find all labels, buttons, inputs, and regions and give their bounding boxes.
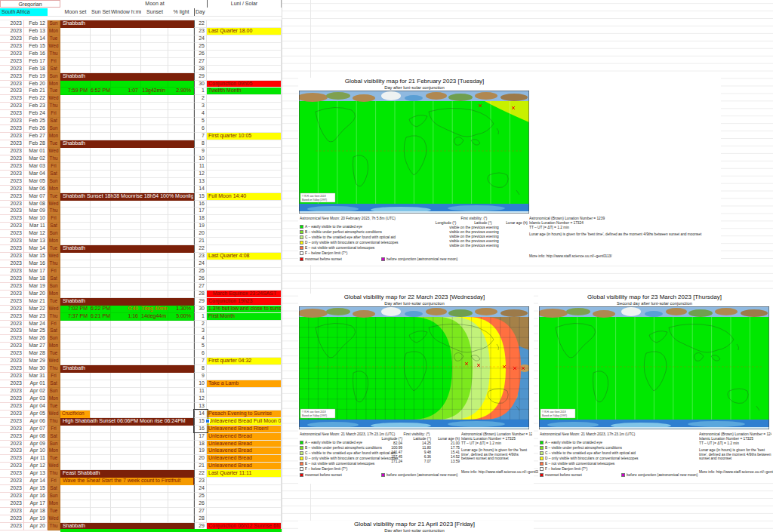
cell-date[interactable]: Mar 01 [24,148,48,155]
partial-green-row[interactable] [60,529,282,532]
cell-weekday[interactable]: Fri [48,215,60,223]
cell-moon-set[interactable] [60,201,91,208]
cell-sun-set[interactable] [91,58,111,66]
cell-moon-at-sunset[interactable] [141,103,168,110]
cell-sun-set[interactable] [91,163,111,171]
cell-sun-set[interactable] [91,500,111,508]
cell-day[interactable]: 9 [194,373,207,380]
cell-window[interactable] [111,51,141,58]
cell-weekday[interactable]: Sun [48,20,60,28]
cell-window[interactable] [111,103,141,110]
cell-moon-set[interactable] [60,426,91,433]
cell-window[interactable] [111,253,141,260]
cell-year[interactable]: 2023 [0,358,24,365]
cell-moon-at-sunset[interactable] [141,500,168,508]
cell-year[interactable]: 2023 [0,81,24,88]
cell-moon-at-sunset[interactable] [141,66,168,73]
cell-luni-solar[interactable] [207,268,282,275]
cell-moon-set[interactable] [60,58,91,66]
cell-window[interactable] [111,133,141,140]
cell-day[interactable]: 29 [194,298,207,306]
cell-moon-set[interactable] [60,118,91,125]
cell-day[interactable]: 30 [194,81,207,88]
cell-date[interactable]: Mar 26 [24,335,48,343]
cell-moon-at-sunset[interactable] [141,441,168,448]
cell-sun-set[interactable] [91,253,111,260]
cell-luni-solar[interactable] [207,35,282,43]
cell-moon-at-sunset[interactable] [141,463,168,470]
cell-day[interactable]: 24 [194,485,207,493]
cell-weekday[interactable]: Sat [48,118,60,125]
cell-date[interactable]: Apr 10 [24,447,48,455]
cell-sun-set[interactable] [91,171,111,178]
cell-sun-set[interactable] [91,388,111,395]
location-cell[interactable]: South Africa [0,8,48,16]
cell-day[interactable]: 24 [194,35,207,43]
cell-day[interactable]: 17 [194,433,207,441]
cell-moon-at-sunset[interactable] [141,133,168,140]
cell-weekday[interactable]: Sat [48,275,60,283]
cell-moon-at-sunset[interactable] [141,208,168,215]
cell-luni-solar[interactable] [207,350,282,358]
cell-sun-set[interactable] [91,411,111,418]
cell-date[interactable]: Feb 22 [24,95,48,103]
cell-moon-at-sunset[interactable] [141,260,168,268]
cell-pct-light[interactable] [168,155,194,163]
cell-day[interactable]: 19 [194,447,207,455]
cell-day[interactable]: 15 [194,193,207,201]
cell-day[interactable]: 7 [194,358,207,365]
cell-moon-at-sunset[interactable]: 14deg44m [141,313,168,321]
cell-date[interactable]: Mar 06 [24,186,48,193]
cell-weekday[interactable]: Sun [48,335,60,343]
cell-date[interactable]: Apr 06 [24,418,48,426]
cell-weekday[interactable]: Wed [48,463,60,470]
cell-pct-light[interactable] [168,238,194,245]
cell-sun-set[interactable] [91,493,111,500]
cell-pct-light[interactable] [168,395,194,403]
cell-sun-set[interactable] [91,321,111,328]
cell-luni-solar[interactable] [207,403,282,411]
cell-weekday[interactable]: Sun [48,441,60,448]
cell-year[interactable]: 2023 [0,155,24,163]
cell-luni-solar[interactable] [207,140,282,148]
cell-sun-set[interactable] [91,433,111,441]
cell-weekday[interactable]: Fri [48,110,60,118]
cell-moon-set[interactable] [60,388,91,395]
more-info-link[interactable]: More info: http://www.staff.science.uu.n… [529,254,612,258]
cell-luni-solar[interactable]: Unleavened Bread [207,441,282,448]
cell-weekday[interactable]: Tue [48,508,60,515]
cell-day[interactable]: 27 [194,58,207,66]
cell-sun-set[interactable] [91,103,111,110]
cell-moon-at-sunset[interactable] [141,328,168,335]
cell-year[interactable]: 2023 [0,508,24,515]
cell-year[interactable]: 2023 [0,215,24,223]
more-info-link[interactable]: More info: http://www.staff.science.uu.n… [699,470,773,474]
cell-window[interactable] [111,373,141,380]
cell-weekday[interactable]: Sun [48,283,60,291]
cell-date[interactable]: Mar 17 [24,268,48,275]
cell-sun-set[interactable] [91,260,111,268]
cell-year[interactable]: 2023 [0,163,24,171]
cell-day[interactable]: 22 [194,470,207,478]
cell-moon-set[interactable] [60,485,91,493]
event-bar[interactable]: High Shabbath Sunset 06:06PM Moon rise 0… [60,418,194,426]
cell-window[interactable] [111,283,141,291]
cell-day[interactable]: 19 [194,223,207,230]
cell-luni-solar[interactable]: Pesach Evening to Sunrise [207,411,282,418]
cell-day[interactable]: 17 [194,208,207,215]
cell-moon-at-sunset[interactable] [141,433,168,441]
cell-weekday[interactable]: Mon [48,238,60,245]
cell-moon-set[interactable] [60,43,91,51]
cell-luni-solar[interactable]: Last Quarter 4:08 [207,253,282,260]
cell-moon-set[interactable]: 7:02 PM [60,306,91,313]
cell-weekday[interactable]: Wed [48,358,60,365]
cell-weekday[interactable]: Fri [48,321,60,328]
cell-moon-at-sunset[interactable] [141,215,168,223]
cell-year[interactable]: 2023 [0,328,24,335]
cell-year[interactable]: 2023 [0,388,24,395]
cell-moon-at-sunset[interactable] [141,321,168,328]
cell-luni-solar[interactable] [207,20,282,28]
cell-pct-light[interactable] [168,95,194,103]
cell-luni-solar[interactable] [207,283,282,291]
cell-date[interactable]: Feb 24 [24,110,48,118]
